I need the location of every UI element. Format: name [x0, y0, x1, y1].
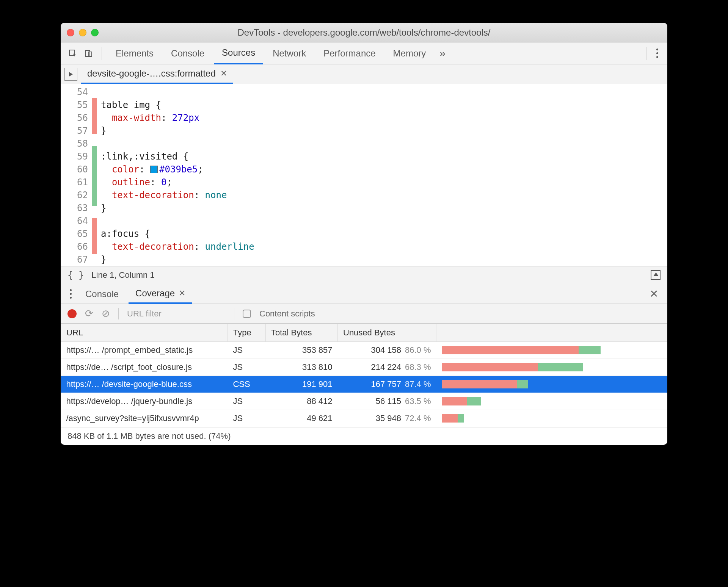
file-tab[interactable]: devsite-google-….css:formatted ✕ — [81, 65, 233, 84]
table-cell: 191 901 — [266, 376, 338, 393]
table-cell: 56 11563.5 % — [338, 393, 436, 410]
table-cell: 88 412 — [266, 393, 338, 410]
settings-menu-button[interactable] — [653, 49, 662, 58]
more-tabs-button[interactable]: » — [436, 47, 449, 59]
table-cell — [436, 393, 667, 410]
table-cell: 214 22468.3 % — [338, 359, 436, 376]
close-tab-icon[interactable]: ✕ — [179, 288, 185, 298]
close-file-icon[interactable]: ✕ — [220, 69, 227, 78]
tab-memory[interactable]: Memory — [386, 42, 434, 64]
line-number-gutter: 54 55 56 57 58 59 60 61 62 63 64 65 66 6… — [61, 84, 92, 266]
column-header[interactable]: Type — [228, 324, 266, 342]
minimize-window-button[interactable] — [79, 29, 86, 36]
drawer-tab-label: Coverage — [135, 288, 175, 299]
maximize-window-button[interactable] — [91, 29, 99, 36]
table-row[interactable]: https://develop… /jquery-bundle.jsJS88 4… — [61, 393, 667, 410]
source-editor[interactable]: 54 55 56 57 58 59 60 61 62 63 64 65 66 6… — [61, 84, 667, 266]
table-header-row: URLTypeTotal BytesUnused Bytes — [61, 324, 667, 342]
close-window-button[interactable] — [67, 29, 74, 36]
pretty-print-icon[interactable]: { } — [67, 270, 84, 280]
table-cell: https://… /devsite-google-blue.css — [61, 376, 228, 393]
table-row[interactable]: https://de… /script_foot_closure.jsJS313… — [61, 359, 667, 376]
table-cell: 35 94872.4 % — [338, 410, 436, 427]
code-content: table img { max-width: 272px } :link,:vi… — [97, 84, 667, 266]
main-tab-bar: ElementsConsoleSourcesNetworkPerformance… — [61, 42, 667, 64]
window-controls — [67, 29, 99, 36]
table-cell: https://… /prompt_embed_static.js — [61, 342, 228, 359]
table-cell: 313 810 — [266, 359, 338, 376]
clear-icon[interactable]: ⊘ — [102, 308, 110, 319]
window-title: DevTools - developers.google.com/web/too… — [61, 27, 667, 38]
drawer-tab-console[interactable]: Console — [78, 284, 126, 304]
column-header[interactable]: Unused Bytes — [338, 324, 436, 342]
column-header[interactable] — [436, 324, 667, 342]
url-filter-input[interactable]: URL filter — [127, 309, 226, 319]
content-scripts-label: Content scripts — [259, 309, 315, 319]
table-cell: JS — [228, 393, 266, 410]
navigator-toggle-icon[interactable] — [64, 68, 77, 81]
close-drawer-icon[interactable]: ✕ — [646, 288, 662, 300]
table-cell: 353 857 — [266, 342, 338, 359]
record-button[interactable] — [67, 309, 77, 318]
table-row[interactable]: https://… /devsite-google-blue.cssCSS191… — [61, 376, 667, 393]
content-scripts-checkbox[interactable] — [243, 310, 251, 318]
coverage-gutter — [92, 84, 97, 266]
inspect-element-icon[interactable] — [66, 47, 80, 60]
column-header[interactable]: URL — [61, 324, 228, 342]
table-cell — [436, 359, 667, 376]
drawer-tab-coverage[interactable]: Coverage✕ — [129, 285, 192, 304]
table-cell — [436, 376, 667, 393]
drawer-menu-button[interactable] — [66, 289, 75, 299]
file-tab-strip: devsite-google-….css:formatted ✕ — [61, 64, 667, 84]
device-toolbar-icon[interactable] — [82, 47, 96, 60]
tab-elements[interactable]: Elements — [108, 42, 161, 64]
table-cell — [436, 342, 667, 359]
file-tab-label: devsite-google-….css:formatted — [87, 68, 216, 79]
table-cell: JS — [228, 342, 266, 359]
svg-rect-1 — [85, 50, 90, 56]
coverage-table: URLTypeTotal BytesUnused Bytes https://…… — [61, 324, 667, 427]
table-row[interactable]: https://… /prompt_embed_static.jsJS353 8… — [61, 342, 667, 359]
table-cell: /async_survey?site=ylj5ifxusvvmr4p — [61, 410, 228, 427]
column-header[interactable]: Total Bytes — [266, 324, 338, 342]
table-cell: https://develop… /jquery-bundle.js — [61, 393, 228, 410]
tab-performance[interactable]: Performance — [316, 42, 383, 64]
table-cell: https://de… /script_foot_closure.js — [61, 359, 228, 376]
divider — [118, 308, 119, 319]
divider — [102, 47, 102, 60]
devtools-window: DevTools - developers.google.com/web/too… — [61, 23, 667, 445]
table-row[interactable]: /async_survey?site=ylj5ifxusvvmr4pJS49 6… — [61, 410, 667, 427]
coverage-toolbar: ⟳ ⊘ URL filter Content scripts — [61, 304, 667, 324]
drawer-tab-bar: ConsoleCoverage✕ ✕ — [61, 284, 667, 304]
table-cell: JS — [228, 359, 266, 376]
tab-sources[interactable]: Sources — [214, 43, 263, 64]
drawer-tab-label: Console — [85, 289, 119, 299]
editor-status-bar: { } Line 1, Column 1 — [61, 266, 667, 284]
table-cell: JS — [228, 410, 266, 427]
table-cell: CSS — [228, 376, 266, 393]
tab-network[interactable]: Network — [265, 42, 314, 64]
table-cell — [436, 410, 667, 427]
reload-icon[interactable]: ⟳ — [85, 308, 93, 319]
tab-console[interactable]: Console — [163, 42, 212, 64]
toggle-sidebar-icon[interactable] — [651, 270, 661, 280]
titlebar: DevTools - developers.google.com/web/too… — [61, 23, 667, 42]
table-cell: 167 75787.4 % — [338, 376, 436, 393]
table-cell: 304 15886.0 % — [338, 342, 436, 359]
divider — [646, 47, 646, 60]
divider — [234, 308, 234, 319]
cursor-position: Line 1, Column 1 — [91, 270, 154, 280]
coverage-summary: 848 KB of 1.1 MB bytes are not used. (74… — [61, 427, 667, 445]
table-cell: 49 621 — [266, 410, 338, 427]
